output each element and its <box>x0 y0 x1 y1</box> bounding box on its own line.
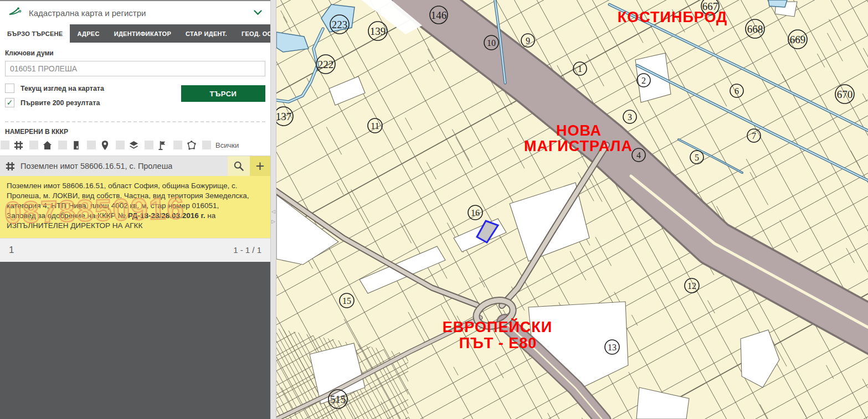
result-detail[interactable]: Поземлен имот 58606.16.51, област София,… <box>0 176 270 238</box>
filter-checkbox-all[interactable] <box>202 141 211 149</box>
detail-text-line2: Заповед за одобрение на КККР № <box>7 211 128 220</box>
found-section-title: НАМЕРЕНИ В КККР <box>0 122 270 139</box>
tab-1[interactable]: АДРЕС <box>70 24 106 43</box>
map-label: КОСТИНБРОД <box>618 9 728 25</box>
grid-icon[interactable] <box>13 139 24 151</box>
detail-order-number: РД-18-28/28.03.2016 г. <box>128 211 206 220</box>
svg-text:222: 222 <box>318 59 334 70</box>
tab-3[interactable]: СТАР ИДЕНТ. <box>178 24 234 43</box>
result-type-filters: Всички <box>0 139 270 156</box>
expand-right-icon[interactable]: ▷ <box>271 219 275 224</box>
svg-text:139: 139 <box>370 25 386 37</box>
current-view-checkbox[interactable] <box>5 84 14 93</box>
svg-text:9: 9 <box>526 36 530 45</box>
svg-text:668: 668 <box>747 23 763 35</box>
svg-text:5: 5 <box>695 153 699 162</box>
svg-text:16: 16 <box>471 208 480 218</box>
add-result-button[interactable]: + <box>250 156 270 176</box>
search-button[interactable]: ТЪРСИ <box>181 85 265 102</box>
filter-checkbox-grid[interactable] <box>1 141 9 149</box>
keywords-label: Ключови думи <box>5 49 265 57</box>
cadastral-map[interactable]: 2231391462221376676686696701091234567111… <box>276 0 868 419</box>
result-row[interactable]: Поземлен имот 58606.16.51, с. Пролеша + <box>0 156 270 176</box>
svg-text:515: 515 <box>330 394 346 405</box>
svg-text:6: 6 <box>735 86 739 96</box>
map-label: МАГИСТРАЛА <box>524 138 633 154</box>
filter-checkbox-pin[interactable] <box>87 141 96 149</box>
pagination: 1 1 - 1 / 1 <box>0 238 270 262</box>
filter-checkbox-polygon[interactable] <box>173 141 182 149</box>
tab-0-active[interactable]: БЪРЗО ТЪРСЕНЕ <box>0 24 70 43</box>
svg-text:137: 137 <box>276 111 291 122</box>
app-title: Кадастрална карта и регистри <box>29 8 246 18</box>
svg-text:13: 13 <box>608 343 617 352</box>
filter-checkbox-building[interactable] <box>58 141 67 149</box>
svg-text:223: 223 <box>332 19 348 30</box>
polygon-icon[interactable] <box>186 139 197 151</box>
svg-text:15: 15 <box>342 296 351 306</box>
result-range: 1 - 1 / 1 <box>233 245 261 255</box>
first-200-label: Първите 200 резултата <box>20 99 100 107</box>
result-title: Поземлен имот 58606.16.51, с. Пролеша <box>20 162 172 170</box>
keywords-input[interactable] <box>5 61 265 76</box>
svg-text:4: 4 <box>636 151 641 160</box>
collapse-left-icon[interactable]: ◁ <box>271 209 275 214</box>
tab-2[interactable]: ИДЕНТИФИКАТОР <box>107 24 178 43</box>
svg-text:146: 146 <box>431 9 447 21</box>
svg-text:7: 7 <box>752 131 756 141</box>
map-label: ПЪТ - Е80 <box>459 335 537 351</box>
page-number[interactable]: 1 <box>9 245 14 256</box>
house-icon[interactable] <box>42 139 53 151</box>
app-window: Кадастрална карта и регистри БЪРЗО ТЪРСЕ… <box>0 0 868 419</box>
sidebar: Кадастрална карта и регистри БЪРЗО ТЪРСЕ… <box>0 0 270 419</box>
building-icon[interactable] <box>70 139 82 151</box>
map-label: ЕВРОПЕЙСКИ <box>443 318 552 335</box>
current-view-label: Текущ изглед на картата <box>20 85 104 92</box>
tab-bar: БЪРЗО ТЪРСЕНЕАДРЕСИДЕНТИФИКАТОРСТАР ИДЕН… <box>0 24 270 43</box>
layers-icon[interactable] <box>128 139 140 151</box>
filter-all-label: Всички <box>215 141 239 149</box>
map-label: НОВА <box>556 122 602 139</box>
svg-text:2: 2 <box>641 76 646 85</box>
filter-checkbox-house[interactable] <box>29 141 38 149</box>
pin-icon[interactable] <box>99 139 111 151</box>
detail-text-line1: Поземлен имот 58606.16.51, област София,… <box>7 182 249 210</box>
map-area: 2231391462221376676686696701091234567111… <box>276 0 868 419</box>
svg-text:12: 12 <box>687 281 696 291</box>
svg-text:3: 3 <box>628 112 632 122</box>
zoom-to-result-button[interactable] <box>228 156 250 176</box>
quick-search-panel: Ключови думи Текущ изглед на картата ✓ П… <box>0 43 270 122</box>
svg-text:670: 670 <box>837 89 853 100</box>
sidebar-toggle-strip[interactable]: ◁ ▷ <box>270 0 276 419</box>
app-logo-icon <box>8 7 22 19</box>
svg-text:11: 11 <box>371 121 379 131</box>
svg-text:1: 1 <box>578 64 582 74</box>
svg-text:10: 10 <box>487 38 496 48</box>
svg-text:669: 669 <box>790 34 806 45</box>
app-header[interactable]: Кадастрална карта и регистри <box>0 1 270 24</box>
first-200-checkbox[interactable]: ✓ <box>5 98 14 107</box>
filter-checkbox-layers[interactable] <box>116 141 125 149</box>
grid-icon <box>5 161 16 172</box>
sidebar-filler <box>0 262 270 419</box>
filter-checkbox-flag[interactable] <box>145 141 153 149</box>
chevron-down-icon[interactable] <box>254 10 262 15</box>
flag-icon[interactable] <box>157 139 168 151</box>
